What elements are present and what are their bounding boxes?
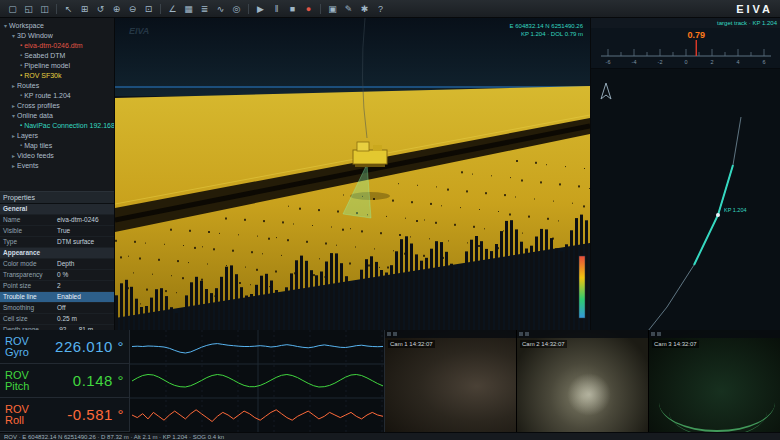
camera-name: Cam 1 bbox=[390, 341, 408, 347]
marker-icon[interactable]: ◎ bbox=[229, 2, 244, 16]
map-view[interactable]: KP 1.204 bbox=[591, 69, 780, 330]
svg-text:6: 6 bbox=[762, 59, 765, 65]
window-control-icon[interactable] bbox=[393, 332, 397, 336]
property-value bbox=[55, 248, 114, 258]
play-icon[interactable]: ▶ bbox=[253, 2, 268, 16]
video-feed-3[interactable]: Cam 3 14:32:07 bbox=[649, 330, 780, 432]
tree-item[interactable]: ▾Online data bbox=[0, 110, 114, 120]
orbit-icon[interactable]: ↺ bbox=[93, 2, 108, 16]
tree-item[interactable]: ▪Pipeline model bbox=[0, 60, 114, 70]
tree-item[interactable]: ▸Cross profiles bbox=[0, 100, 114, 110]
readout-label-line1: ROV bbox=[5, 336, 43, 347]
property-key: Appearance bbox=[0, 248, 55, 258]
tree-item[interactable]: ▪NaviPac Connection 192.168.1.10 bbox=[0, 120, 114, 130]
save-icon[interactable]: ◫ bbox=[37, 2, 52, 16]
zoom-fit-icon[interactable]: ⊡ bbox=[141, 2, 156, 16]
readout-rov-gyro: ROV Gyro 226.010 ° bbox=[0, 330, 130, 364]
camera-name: Cam 2 bbox=[522, 341, 540, 347]
tree-item-label: Seabed DTM bbox=[24, 52, 65, 59]
viewport-3d[interactable]: EIVA E 604832.14 N 6251490.26 KP 1.204 ·… bbox=[115, 18, 590, 330]
tree-item[interactable]: ▪ROV SF30k bbox=[0, 70, 114, 80]
status-text: ROV · E 604832.14 N 6251490.26 · D 87.32… bbox=[4, 434, 224, 440]
profile-icon[interactable]: ∿ bbox=[213, 2, 228, 16]
camera-icon[interactable]: ▣ bbox=[325, 2, 340, 16]
tree-item-label: Events bbox=[17, 162, 38, 169]
property-row[interactable]: TypeDTM surface bbox=[0, 237, 114, 248]
window-control-icon[interactable] bbox=[525, 332, 529, 336]
property-value bbox=[55, 204, 114, 214]
tree-item[interactable]: ▾3D Window bbox=[0, 30, 114, 40]
tree-item-label: KP route 1.204 bbox=[24, 92, 71, 99]
scene-3d[interactable]: EIVA E 604832.14 N 6251490.26 KP 1.204 ·… bbox=[115, 18, 590, 330]
tree-node-icon: ▸ bbox=[12, 132, 15, 139]
property-group-header[interactable]: General bbox=[0, 204, 114, 215]
viewport-overlay-line1: E 604832.14 N 6251490.26 bbox=[510, 23, 584, 29]
measure-icon[interactable]: ∠ bbox=[165, 2, 180, 16]
status-bar: ROV · E 604832.14 N 6251490.26 · D 87.32… bbox=[0, 432, 780, 440]
readout-label-line1: ROV bbox=[5, 370, 43, 381]
record-icon[interactable]: ● bbox=[301, 2, 316, 16]
scale-ticks: -6-4-202460.79 bbox=[601, 30, 771, 65]
open-icon[interactable]: ◱ bbox=[21, 2, 36, 16]
stop-icon[interactable]: ■ bbox=[285, 2, 300, 16]
property-key: Smoothing bbox=[0, 303, 55, 313]
tree-item[interactable]: ▾Workspace bbox=[0, 20, 114, 30]
tree-item[interactable]: ▪Map tiles bbox=[0, 140, 114, 150]
camera-timestamp: 14:32:07 bbox=[541, 341, 564, 347]
help-icon[interactable]: ? bbox=[373, 2, 388, 16]
rov-body bbox=[353, 150, 387, 164]
window-control-icon[interactable] bbox=[657, 332, 661, 336]
tree-item[interactable]: ▸Events bbox=[0, 160, 114, 170]
property-group-header[interactable]: Appearance bbox=[0, 248, 114, 259]
property-row[interactable]: Point size2 bbox=[0, 281, 114, 292]
property-row[interactable]: Trouble lineEnabled bbox=[0, 292, 114, 303]
new-file-icon[interactable]: ▢ bbox=[5, 2, 20, 16]
tree-item[interactable]: ▸Layers bbox=[0, 130, 114, 140]
tree-item-label: Video feeds bbox=[17, 152, 54, 159]
window-control-icon[interactable] bbox=[519, 332, 523, 336]
tree-item[interactable]: ▪KP route 1.204 bbox=[0, 90, 114, 100]
video-titlebar bbox=[649, 330, 780, 338]
svg-text:-6: -6 bbox=[606, 59, 611, 65]
properties-panel: Properties GeneralNameeiva-dtm-0246Visib… bbox=[0, 192, 114, 336]
sky bbox=[115, 18, 590, 96]
readout-label: ROV Roll bbox=[5, 404, 43, 426]
edit-icon[interactable]: ✎ bbox=[341, 2, 356, 16]
property-row[interactable]: Cell size0.25 m bbox=[0, 314, 114, 325]
video-label: Cam 3 14:32:07 bbox=[652, 340, 699, 348]
tree-node-icon: ▪ bbox=[20, 72, 22, 78]
pause-icon[interactable]: ‖ bbox=[269, 2, 284, 16]
window-control-icon[interactable] bbox=[651, 332, 655, 336]
track-group bbox=[648, 117, 741, 330]
property-row[interactable]: VisibleTrue bbox=[0, 226, 114, 237]
right-panel-header: target track · KP 1.204 bbox=[591, 18, 780, 28]
property-row[interactable]: Transparency0 % bbox=[0, 270, 114, 281]
pointer-icon[interactable]: ↖ bbox=[61, 2, 76, 16]
roll-value: -0.581 ° bbox=[43, 406, 124, 423]
property-row[interactable]: SmoothingOff bbox=[0, 303, 114, 314]
tree-node-icon: ▪ bbox=[20, 122, 22, 128]
tree-item[interactable]: ▸Routes bbox=[0, 80, 114, 90]
property-row[interactable]: Nameeiva-dtm-0246 bbox=[0, 215, 114, 226]
window-control-icon[interactable] bbox=[387, 332, 391, 336]
tree-item[interactable]: ▸Video feeds bbox=[0, 150, 114, 160]
property-row[interactable]: Color modeDepth bbox=[0, 259, 114, 270]
tree-item[interactable]: ▪eiva-dtm-0246.dtm bbox=[0, 40, 114, 50]
gyro-value: 226.010 ° bbox=[43, 338, 124, 355]
tree-item[interactable]: ▪Seabed DTM bbox=[0, 50, 114, 60]
video-feed-1[interactable]: Cam 1 14:32:07 bbox=[385, 330, 517, 432]
video-feed-2[interactable]: Cam 2 14:32:07 bbox=[517, 330, 649, 432]
grid-icon[interactable]: ▦ bbox=[181, 2, 196, 16]
settings-icon[interactable]: ✱ bbox=[357, 2, 372, 16]
zoom-in-icon[interactable]: ⊕ bbox=[109, 2, 124, 16]
video-titlebar bbox=[517, 330, 648, 338]
layers-icon[interactable]: ≣ bbox=[197, 2, 212, 16]
svg-text:4: 4 bbox=[736, 59, 739, 65]
zoom-out-icon[interactable]: ⊖ bbox=[125, 2, 140, 16]
property-value: DTM surface bbox=[55, 237, 114, 247]
pan-icon[interactable]: ⊞ bbox=[77, 2, 92, 16]
map-svg[interactable]: KP 1.204 bbox=[591, 69, 780, 330]
tree-node-icon: ▪ bbox=[20, 142, 22, 148]
tree-node-icon: ▪ bbox=[20, 52, 22, 58]
toolbar-separator bbox=[320, 4, 321, 14]
